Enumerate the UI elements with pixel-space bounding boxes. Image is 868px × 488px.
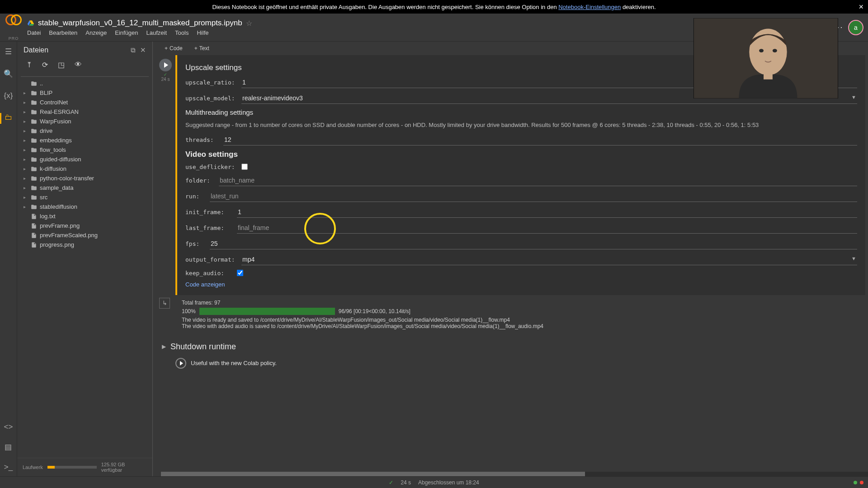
tree-file[interactable]: prevFrame.png xyxy=(21,221,149,230)
star-icon[interactable]: ☆ xyxy=(246,19,252,28)
tree-folder[interactable]: ▸guided-diffusion xyxy=(21,155,149,164)
tree-label: log.txt xyxy=(40,213,56,220)
code-snippets-icon[interactable]: <> xyxy=(4,422,13,432)
tree-file[interactable]: prevFrameScaled.png xyxy=(21,230,149,240)
threads-input[interactable] xyxy=(223,134,857,145)
folder-icon xyxy=(31,128,37,134)
menu-help[interactable]: Hilfe xyxy=(197,29,208,36)
close-sidebar-icon[interactable]: ✕ xyxy=(140,46,146,54)
fps-input[interactable] xyxy=(210,238,857,249)
init-frame-input[interactable] xyxy=(237,206,857,218)
tree-folder[interactable]: ▸k-diffusion xyxy=(21,164,149,174)
avatar[interactable]: a xyxy=(848,20,863,35)
new-window-icon[interactable]: ⧉ xyxy=(131,46,136,54)
shutdown-section[interactable]: ▶ Shutdown runtime xyxy=(156,338,868,356)
tree-label: drive xyxy=(40,127,52,134)
menu-runtime[interactable]: Laufzeit xyxy=(146,29,167,36)
tree-file[interactable]: progress.png xyxy=(21,240,149,249)
status-dot-green xyxy=(854,481,857,484)
tree-folder[interactable]: ▸python-color-transfer xyxy=(21,174,149,183)
chevron-right-icon: ▸ xyxy=(24,100,28,105)
disk-bar xyxy=(47,466,97,469)
output-toggle-icon[interactable]: ↳ xyxy=(159,298,170,309)
search-icon[interactable]: 🔍 xyxy=(4,69,13,79)
chevron-right-icon: ▸ xyxy=(24,157,28,162)
variables-icon[interactable]: {x} xyxy=(4,91,13,100)
mount-drive-icon[interactable]: ◳ xyxy=(58,61,65,69)
chevron-right-icon: ▸ xyxy=(24,90,28,95)
exec-time: 24 s xyxy=(161,77,170,82)
chevron-right-icon: ▸ xyxy=(24,176,28,181)
use-deflicker-checkbox[interactable] xyxy=(241,164,248,170)
menu-tools[interactable]: Tools xyxy=(175,29,189,36)
horizontal-scrollbar[interactable] xyxy=(161,472,868,476)
tree-label: embeddings xyxy=(40,137,72,144)
files-icon[interactable]: 🗀 xyxy=(5,113,12,122)
svg-rect-4 xyxy=(764,71,773,80)
toggle-hidden-icon[interactable]: 👁 xyxy=(75,61,82,69)
menu-file[interactable]: Datei xyxy=(27,29,41,36)
notebook-settings-link[interactable]: Notebook-Einstellungen xyxy=(558,4,621,10)
folder-icon xyxy=(31,109,37,115)
warning-text: Dieses Notebook ist geöffnet und enthält… xyxy=(212,4,656,10)
tree-label: WarpFusion xyxy=(40,118,71,125)
terminal-icon[interactable]: >_ xyxy=(4,463,13,472)
tree-file[interactable]: log.txt xyxy=(21,211,149,221)
tree-folder[interactable]: ▸src xyxy=(21,192,149,202)
useful-text: Useful with the new Colab policy. xyxy=(191,360,277,366)
refresh-icon[interactable]: ⟳ xyxy=(42,61,48,69)
run-input[interactable] xyxy=(210,191,857,202)
pro-label: PRO xyxy=(9,36,19,41)
tree-parent[interactable]: .. xyxy=(21,79,149,88)
upload-icon[interactable]: ⤒ xyxy=(26,61,32,69)
menu-icon[interactable]: ☰ xyxy=(5,47,12,56)
status-completed: Abgeschlossen um 18:24 xyxy=(418,479,479,486)
run-cell-button[interactable] xyxy=(175,358,186,369)
tree-folder[interactable]: ▸ControlNet xyxy=(21,98,149,107)
chevron-down-icon: ▼ xyxy=(851,94,856,102)
tree-folder[interactable]: ▸flow_tools xyxy=(21,145,149,155)
output-total-frames: Total frames: 97 xyxy=(182,300,859,306)
close-icon[interactable]: × xyxy=(859,2,863,12)
folder-icon xyxy=(31,156,37,163)
folder-icon xyxy=(31,166,37,172)
sidebar-title: Dateien xyxy=(24,46,131,54)
insert-code-button[interactable]: +Code xyxy=(160,43,187,53)
menu-insert[interactable]: Einfügen xyxy=(115,29,138,36)
keep-audio-label: keep_audio: xyxy=(185,270,231,277)
command-palette-icon[interactable]: ▤ xyxy=(5,442,12,452)
output-format-select[interactable]: mp4▼ xyxy=(241,254,857,265)
keep-audio-checkbox[interactable] xyxy=(237,270,243,276)
tree-folder[interactable]: ▸drive xyxy=(21,126,149,136)
chevron-right-icon: ▸ xyxy=(24,195,28,200)
colab-logo[interactable]: PRO xyxy=(5,19,23,37)
folder-icon xyxy=(31,137,37,144)
output-line: The video is ready and saved to /content… xyxy=(182,317,859,323)
tree-folder[interactable]: ▸embeddings xyxy=(21,136,149,145)
last-frame-input[interactable] xyxy=(237,222,857,234)
tree-label: progress.png xyxy=(40,241,74,248)
menu-view[interactable]: Anzeige xyxy=(85,29,107,36)
tree-folder[interactable]: ▸stablediffusion xyxy=(21,202,149,211)
chevron-right-icon: ▸ xyxy=(24,109,28,114)
menu-edit[interactable]: Bearbeiten xyxy=(49,29,77,36)
file-sidebar: Dateien ⧉ ✕ ⤒ ⟳ ◳ 👁 .. ▸BLIP▸ControlNet▸… xyxy=(17,42,153,476)
tree-folder[interactable]: ▸Real-ESRGAN xyxy=(21,107,149,117)
folder-icon xyxy=(31,194,37,201)
run-cell-button[interactable] xyxy=(159,59,172,71)
tree-label: python-color-transfer xyxy=(40,175,94,182)
show-code-link[interactable]: Code anzeigen xyxy=(185,281,857,288)
progress-bar xyxy=(199,308,335,315)
tree-folder[interactable]: ▸WarpFusion xyxy=(21,117,149,126)
insert-text-button[interactable]: +Text xyxy=(190,43,214,53)
file-icon xyxy=(31,242,37,248)
status-bar: ✓ 24 s Abgeschlossen um 18:24 xyxy=(0,476,868,488)
multithread-heading: Multithreading settings xyxy=(185,108,857,116)
folder-input[interactable] xyxy=(219,175,857,186)
tree-folder[interactable]: ▸BLIP xyxy=(21,88,149,98)
progress-stats: 96/96 [00:19<00:00, 10.14it/s] xyxy=(339,308,410,314)
progress-percent: 100% xyxy=(182,308,196,314)
tree-folder[interactable]: ▸sample_data xyxy=(21,183,149,192)
notebook-title[interactable]: stable_warpfusion_v0_16_12_multi_masked_… xyxy=(38,19,242,28)
folder-icon xyxy=(31,118,37,125)
